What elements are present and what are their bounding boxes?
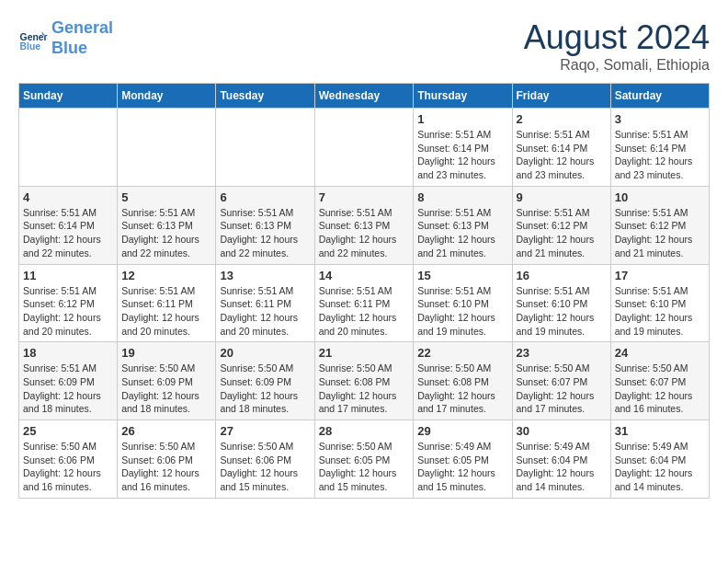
calendar-cell <box>19 109 118 187</box>
calendar-cell: 6Sunrise: 5:51 AM Sunset: 6:13 PM Daylig… <box>216 186 314 264</box>
calendar-cell: 28Sunrise: 5:50 AM Sunset: 6:05 PM Dayli… <box>314 420 414 499</box>
day-number: 10 <box>615 190 705 204</box>
day-info: Sunrise: 5:51 AM Sunset: 6:11 PM Dayligh… <box>319 284 410 339</box>
calendar-cell: 7Sunrise: 5:51 AM Sunset: 6:13 PM Daylig… <box>314 186 414 264</box>
weekday-header-sunday: Sunday <box>19 84 118 109</box>
calendar-cell <box>118 109 216 187</box>
calendar-cell: 4Sunrise: 5:51 AM Sunset: 6:14 PM Daylig… <box>19 186 118 264</box>
day-number: 27 <box>220 424 310 438</box>
day-info: Sunrise: 5:51 AM Sunset: 6:12 PM Dayligh… <box>517 206 607 260</box>
svg-text:Blue: Blue <box>20 41 41 52</box>
calendar-week-row: 1Sunrise: 5:51 AM Sunset: 6:14 PM Daylig… <box>19 109 710 187</box>
day-info: Sunrise: 5:51 AM Sunset: 6:10 PM Dayligh… <box>517 284 607 339</box>
weekday-header-wednesday: Wednesday <box>314 84 414 109</box>
calendar-cell: 16Sunrise: 5:51 AM Sunset: 6:10 PM Dayli… <box>512 264 610 342</box>
day-number: 17 <box>615 269 705 282</box>
location: Raqo, Somali, Ethiopia <box>524 57 710 74</box>
calendar-cell: 21Sunrise: 5:50 AM Sunset: 6:08 PM Dayli… <box>314 342 414 420</box>
calendar-cell: 31Sunrise: 5:49 AM Sunset: 6:04 PM Dayli… <box>610 420 709 499</box>
calendar-cell: 12Sunrise: 5:51 AM Sunset: 6:11 PM Dayli… <box>118 264 216 342</box>
day-number: 13 <box>220 269 310 282</box>
day-number: 8 <box>417 190 507 204</box>
day-info: Sunrise: 5:51 AM Sunset: 6:13 PM Dayligh… <box>121 206 211 260</box>
calendar-cell: 14Sunrise: 5:51 AM Sunset: 6:11 PM Dayli… <box>314 264 414 342</box>
calendar-cell: 3Sunrise: 5:51 AM Sunset: 6:14 PM Daylig… <box>610 109 709 187</box>
day-info: Sunrise: 5:51 AM Sunset: 6:14 PM Dayligh… <box>417 128 507 182</box>
calendar-cell: 22Sunrise: 5:50 AM Sunset: 6:08 PM Dayli… <box>414 342 512 420</box>
day-number: 23 <box>517 346 607 360</box>
day-number: 28 <box>319 424 410 438</box>
weekday-header-saturday: Saturday <box>610 84 709 109</box>
weekday-header-tuesday: Tuesday <box>216 84 314 109</box>
weekday-header-friday: Friday <box>512 84 610 109</box>
day-info: Sunrise: 5:51 AM Sunset: 6:10 PM Dayligh… <box>615 284 705 339</box>
day-number: 9 <box>517 190 607 204</box>
logo: General Blue GeneralBlue <box>18 18 113 58</box>
day-info: Sunrise: 5:51 AM Sunset: 6:11 PM Dayligh… <box>220 284 310 339</box>
day-info: Sunrise: 5:50 AM Sunset: 6:07 PM Dayligh… <box>615 362 705 416</box>
day-info: Sunrise: 5:51 AM Sunset: 6:12 PM Dayligh… <box>615 206 705 260</box>
day-info: Sunrise: 5:51 AM Sunset: 6:13 PM Dayligh… <box>319 206 410 260</box>
weekday-header-row: SundayMondayTuesdayWednesdayThursdayFrid… <box>19 84 710 109</box>
calendar-cell: 1Sunrise: 5:51 AM Sunset: 6:14 PM Daylig… <box>414 109 512 187</box>
day-number: 24 <box>615 346 705 360</box>
day-number: 12 <box>121 269 211 282</box>
calendar-cell: 2Sunrise: 5:51 AM Sunset: 6:14 PM Daylig… <box>512 109 610 187</box>
calendar-week-row: 25Sunrise: 5:50 AM Sunset: 6:06 PM Dayli… <box>19 420 710 499</box>
day-info: Sunrise: 5:49 AM Sunset: 6:04 PM Dayligh… <box>517 440 607 494</box>
calendar-week-row: 18Sunrise: 5:51 AM Sunset: 6:09 PM Dayli… <box>19 342 710 420</box>
day-number: 25 <box>23 424 113 438</box>
calendar-cell: 10Sunrise: 5:51 AM Sunset: 6:12 PM Dayli… <box>610 186 709 264</box>
calendar-cell: 15Sunrise: 5:51 AM Sunset: 6:10 PM Dayli… <box>414 264 512 342</box>
calendar-cell: 20Sunrise: 5:50 AM Sunset: 6:09 PM Dayli… <box>216 342 314 420</box>
title-block: August 2024 Raqo, Somali, Ethiopia <box>524 18 710 74</box>
day-info: Sunrise: 5:49 AM Sunset: 6:05 PM Dayligh… <box>417 440 507 494</box>
day-number: 22 <box>417 346 507 360</box>
day-number: 14 <box>319 269 410 282</box>
calendar-cell: 27Sunrise: 5:50 AM Sunset: 6:06 PM Dayli… <box>216 420 314 499</box>
day-number: 11 <box>23 269 113 282</box>
day-info: Sunrise: 5:51 AM Sunset: 6:12 PM Dayligh… <box>23 284 113 339</box>
day-info: Sunrise: 5:50 AM Sunset: 6:08 PM Dayligh… <box>319 362 410 416</box>
calendar-cell: 24Sunrise: 5:50 AM Sunset: 6:07 PM Dayli… <box>610 342 709 420</box>
day-number: 3 <box>615 112 705 126</box>
month-title: August 2024 <box>524 18 710 57</box>
day-number: 18 <box>23 346 113 360</box>
day-info: Sunrise: 5:51 AM Sunset: 6:13 PM Dayligh… <box>220 206 310 260</box>
day-number: 21 <box>319 346 410 360</box>
day-number: 16 <box>517 269 607 282</box>
weekday-header-monday: Monday <box>118 84 216 109</box>
day-info: Sunrise: 5:50 AM Sunset: 6:09 PM Dayligh… <box>220 362 310 416</box>
calendar-cell: 29Sunrise: 5:49 AM Sunset: 6:05 PM Dayli… <box>414 420 512 499</box>
day-info: Sunrise: 5:50 AM Sunset: 6:06 PM Dayligh… <box>121 440 211 494</box>
day-info: Sunrise: 5:49 AM Sunset: 6:04 PM Dayligh… <box>615 440 705 494</box>
day-number: 15 <box>417 269 507 282</box>
day-number: 1 <box>417 112 507 126</box>
day-info: Sunrise: 5:50 AM Sunset: 6:07 PM Dayligh… <box>517 362 607 416</box>
day-number: 5 <box>121 190 211 204</box>
calendar-cell: 26Sunrise: 5:50 AM Sunset: 6:06 PM Dayli… <box>118 420 216 499</box>
day-info: Sunrise: 5:51 AM Sunset: 6:14 PM Dayligh… <box>517 128 607 182</box>
logo-text: GeneralBlue <box>51 18 113 58</box>
day-number: 26 <box>121 424 211 438</box>
day-number: 30 <box>517 424 607 438</box>
calendar-cell: 25Sunrise: 5:50 AM Sunset: 6:06 PM Dayli… <box>19 420 118 499</box>
calendar-cell <box>314 109 414 187</box>
calendar-cell <box>216 109 314 187</box>
calendar-cell: 13Sunrise: 5:51 AM Sunset: 6:11 PM Dayli… <box>216 264 314 342</box>
calendar-week-row: 11Sunrise: 5:51 AM Sunset: 6:12 PM Dayli… <box>19 264 710 342</box>
day-info: Sunrise: 5:50 AM Sunset: 6:09 PM Dayligh… <box>121 362 211 416</box>
day-number: 2 <box>517 112 607 126</box>
day-number: 29 <box>417 424 507 438</box>
day-info: Sunrise: 5:51 AM Sunset: 6:14 PM Dayligh… <box>615 128 705 182</box>
day-number: 20 <box>220 346 310 360</box>
page-header: General Blue GeneralBlue August 2024 Raq… <box>18 18 710 74</box>
calendar-table: SundayMondayTuesdayWednesdayThursdayFrid… <box>18 83 710 499</box>
calendar-cell: 11Sunrise: 5:51 AM Sunset: 6:12 PM Dayli… <box>19 264 118 342</box>
day-info: Sunrise: 5:50 AM Sunset: 6:06 PM Dayligh… <box>23 440 113 494</box>
day-number: 19 <box>121 346 211 360</box>
weekday-header-thursday: Thursday <box>414 84 512 109</box>
svg-text:General: General <box>20 31 48 41</box>
day-info: Sunrise: 5:50 AM Sunset: 6:08 PM Dayligh… <box>417 362 507 416</box>
calendar-cell: 8Sunrise: 5:51 AM Sunset: 6:13 PM Daylig… <box>414 186 512 264</box>
